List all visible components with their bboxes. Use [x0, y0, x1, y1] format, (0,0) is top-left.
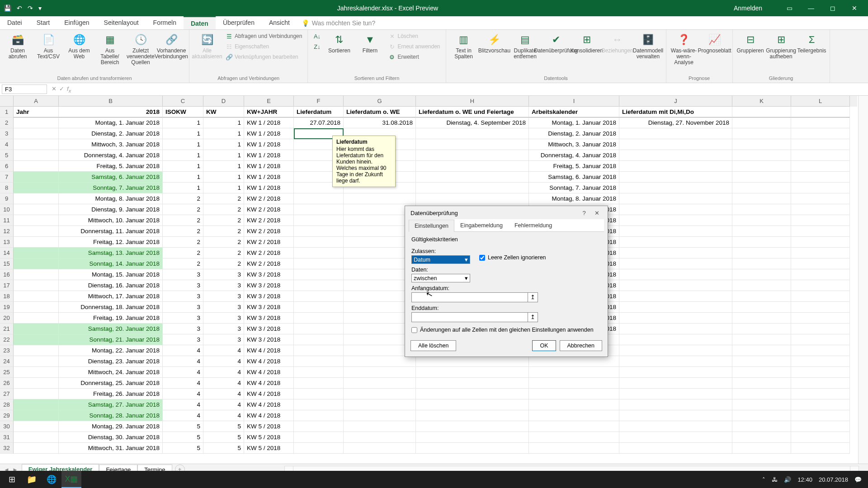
cell[interactable]: KW: [203, 107, 244, 117]
cell[interactable]: 3: [163, 334, 203, 345]
row-header[interactable]: 8: [0, 183, 14, 193]
cell[interactable]: 1: [163, 183, 203, 193]
cell[interactable]: 5: [203, 421, 244, 432]
row-header[interactable]: 25: [0, 367, 14, 378]
cell[interactable]: [14, 291, 59, 302]
cell[interactable]: 5: [163, 432, 203, 443]
cell[interactable]: [294, 443, 344, 454]
filter-button[interactable]: ▼Filtern: [356, 32, 384, 55]
cell[interactable]: KW 1 / 2018: [244, 172, 294, 183]
range-picker-icon[interactable]: ↥: [528, 292, 538, 302]
row-header[interactable]: 7: [0, 172, 14, 183]
save-icon[interactable]: 💾: [4, 5, 11, 12]
cell[interactable]: [791, 215, 850, 226]
cell[interactable]: [416, 193, 529, 204]
cell[interactable]: [529, 432, 619, 443]
cell[interactable]: [416, 399, 529, 410]
cell[interactable]: Dienstag, 27. November 2018: [619, 117, 732, 128]
cell[interactable]: [14, 215, 59, 226]
row-header[interactable]: 21: [0, 324, 14, 334]
cell[interactable]: [14, 302, 59, 313]
cell[interactable]: [416, 139, 529, 150]
cell[interactable]: [791, 334, 850, 345]
cell[interactable]: [619, 313, 732, 324]
row-header[interactable]: 10: [0, 204, 14, 215]
cell[interactable]: [619, 204, 732, 215]
cell[interactable]: [14, 421, 59, 432]
properties-button[interactable]: ☷Eigenschaften: [224, 42, 304, 51]
cell[interactable]: [732, 378, 791, 389]
cell[interactable]: [619, 443, 732, 454]
cell[interactable]: Lieferdatum mit Di,Mi,Do: [619, 107, 732, 117]
tab-data[interactable]: Daten: [184, 16, 216, 29]
cell[interactable]: Donnerstag, 25. Januar 2018: [59, 378, 163, 389]
cell[interactable]: 4: [163, 345, 203, 356]
cell[interactable]: [294, 215, 344, 226]
cell[interactable]: [791, 378, 850, 389]
row-header[interactable]: 17: [0, 280, 14, 291]
cell[interactable]: [416, 128, 529, 139]
cell[interactable]: [294, 432, 344, 443]
cell[interactable]: [732, 248, 791, 258]
cell[interactable]: [416, 150, 529, 161]
cell[interactable]: KW 2 / 2018: [244, 258, 294, 269]
cell[interactable]: KW 2 / 2018: [244, 226, 294, 237]
from-web-button[interactable]: 🌐Aus dem Web: [65, 32, 93, 61]
cell[interactable]: [732, 334, 791, 345]
row-header[interactable]: 24: [0, 356, 14, 367]
col-header[interactable]: A: [14, 96, 59, 107]
cell[interactable]: [791, 410, 850, 421]
cell[interactable]: [344, 367, 416, 378]
cell[interactable]: [14, 378, 59, 389]
cell[interactable]: 27.07.2018: [294, 117, 344, 128]
cell[interactable]: [14, 443, 59, 454]
tray-network-icon[interactable]: 🖧: [772, 476, 778, 483]
cell[interactable]: 3: [203, 269, 244, 280]
cell[interactable]: [619, 258, 732, 269]
cell[interactable]: KW 3 / 2018: [244, 324, 294, 334]
cell[interactable]: KW 4 / 2018: [244, 356, 294, 367]
cell[interactable]: 1: [163, 139, 203, 150]
cell[interactable]: [732, 356, 791, 367]
cell[interactable]: 4: [163, 389, 203, 399]
ribbon-options-icon[interactable]: ▭: [779, 2, 799, 14]
row-header[interactable]: 1: [0, 107, 14, 117]
tab-insert[interactable]: Einfügen: [57, 16, 96, 29]
cell[interactable]: KW 4 / 2018: [244, 410, 294, 421]
cell[interactable]: 1: [203, 139, 244, 150]
cell[interactable]: [732, 150, 791, 161]
row-header[interactable]: 20: [0, 313, 14, 324]
row-header[interactable]: 15: [0, 258, 14, 269]
ungroup-button[interactable]: ⊞Gruppierung aufheben: [767, 32, 795, 61]
cell[interactable]: [619, 139, 732, 150]
cell[interactable]: KW 4 / 2018: [244, 345, 294, 356]
data-model-button[interactable]: 🗄️Datenmodell verwalten: [634, 32, 662, 61]
queries-button[interactable]: ☰Abfragen und Verbindungen: [224, 32, 304, 41]
cell[interactable]: 1: [203, 172, 244, 183]
cell[interactable]: [14, 193, 59, 204]
cell[interactable]: 4: [203, 410, 244, 421]
cell[interactable]: 3: [163, 313, 203, 324]
cell[interactable]: 4: [203, 367, 244, 378]
sort-button[interactable]: ⇅Sortieren: [325, 32, 353, 55]
cell[interactable]: Montag, 22. Januar 2018: [59, 345, 163, 356]
select-all-corner[interactable]: [0, 96, 14, 107]
col-header[interactable]: B: [59, 96, 163, 107]
signin-link[interactable]: Anmelden: [734, 5, 762, 12]
cell[interactable]: 1: [163, 172, 203, 183]
cell[interactable]: [294, 313, 344, 324]
cell[interactable]: [344, 193, 416, 204]
tab-layout[interactable]: Seitenlayout: [97, 16, 146, 29]
col-header[interactable]: J: [619, 96, 732, 107]
subtotal-button[interactable]: ΣTeilergebnis: [798, 32, 826, 55]
cell[interactable]: [14, 226, 59, 237]
edit-links-button[interactable]: 🔗Verknüpfungen bearbeiten: [224, 52, 304, 61]
cell[interactable]: [732, 193, 791, 204]
dialog-help-icon[interactable]: ?: [578, 210, 590, 216]
cell[interactable]: Freitag, 5. Januar 2018: [529, 161, 619, 172]
cell[interactable]: 3: [203, 334, 244, 345]
cell[interactable]: KW 2 / 2018: [244, 204, 294, 215]
cell[interactable]: KW 4 / 2018: [244, 367, 294, 378]
cell[interactable]: [14, 410, 59, 421]
get-data-button[interactable]: 🗃️Daten abrufen: [4, 32, 32, 61]
